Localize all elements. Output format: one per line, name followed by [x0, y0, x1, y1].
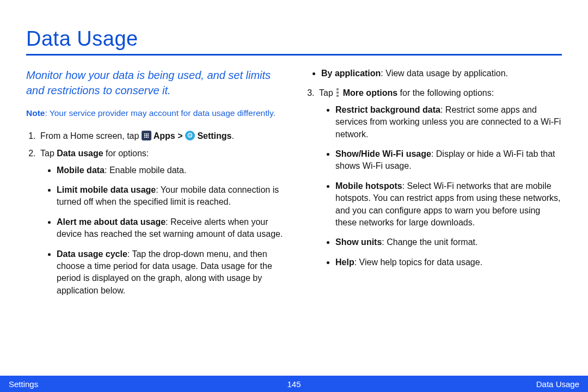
bullet-by-application: By application: View data usage by appli…: [321, 68, 562, 79]
step1-apps-label: Apps >: [151, 131, 185, 140]
s2b2-label: Limit mobile data usage: [57, 185, 156, 194]
step2-bullets: Mobile data: Enable mobile data. Limit m…: [40, 164, 283, 297]
footer-topic-name: Data Usage: [536, 379, 579, 389]
bullet-restrict-bg-data: Restrict background data: Restrict some …: [335, 104, 562, 140]
step2-suffix: for options:: [103, 149, 149, 158]
note-block: Note: Your service provider may account …: [26, 108, 283, 119]
s2b4-label: Data usage cycle: [57, 249, 127, 259]
bullet-limit-mobile-data: Limit mobile data usage: Your mobile dat…: [57, 184, 283, 209]
right-column: By application: View data usage by appli…: [305, 68, 562, 304]
s3b3-label: Mobile hotspots: [335, 181, 402, 191]
step1-prefix: From a Home screen, tap: [40, 131, 142, 140]
settings-gear-icon: [185, 131, 195, 140]
content-area: Data Usage Monitor how your data is bein…: [0, 0, 588, 304]
step1-settings-label: Settings: [195, 131, 232, 140]
manual-page: Data Usage Monitor how your data is bein…: [0, 0, 588, 392]
bullet-show-hide-wifi: Show/Hide Wi-Fi usage: Display or hide a…: [335, 148, 562, 173]
bullet-help: Help: View help topics for data usage.: [335, 256, 562, 268]
note-text: : Your service provider may account for …: [45, 108, 275, 118]
bullet-mobile-data: Mobile data: Enable mobile data.: [57, 164, 283, 176]
page-footer: Settings 145 Data Usage: [0, 376, 588, 392]
page-title: Data Usage: [26, 27, 562, 51]
s3b1-label: Restrict background data: [335, 105, 440, 114]
step1-period: .: [232, 131, 234, 140]
s2b1-text: : Enable mobile data.: [105, 166, 186, 175]
apps-grid-icon: [142, 131, 151, 140]
footer-section-name: Settings: [9, 379, 38, 389]
s2b5-text: : View data usage by application.: [381, 69, 508, 78]
intro-text: Monitor how your data is being used, and…: [26, 68, 283, 98]
note-label: Note: [26, 108, 45, 118]
bullet-mobile-hotspots: Mobile hotspots: Select Wi-Fi networks t…: [335, 180, 562, 229]
bullet-data-usage-cycle: Data usage cycle: Tap the drop-down menu…: [57, 248, 283, 297]
steps-list-continued: Tap More options for the following optio…: [305, 87, 562, 268]
s2b3-label: Alert me about data usage: [57, 217, 166, 226]
bullet-show-units: Show units: Change the unit format.: [335, 236, 562, 248]
step3-prefix: Tap: [319, 88, 335, 97]
s3b5-label: Help: [335, 258, 354, 267]
step-3: Tap More options for the following optio…: [317, 87, 562, 268]
step2-bold: Data usage: [57, 149, 103, 158]
step-2: Tap Data usage for options: Mobile data:…: [38, 148, 283, 297]
s2b1-label: Mobile data: [57, 166, 105, 175]
s3b5-text: : View help topics for data usage.: [354, 258, 482, 267]
two-column-layout: Monitor how your data is being used, and…: [26, 68, 562, 304]
bullet-alert-data-usage: Alert me about data usage: Receive alert…: [57, 216, 283, 241]
step2-bullets-continued: By application: View data usage by appli…: [305, 68, 562, 79]
step3-suffix: for the following options:: [397, 88, 494, 97]
s3b4-label: Show units: [335, 237, 382, 247]
step3-bullets: Restrict background data: Restrict some …: [319, 104, 562, 268]
left-column: Monitor how your data is being used, and…: [26, 68, 283, 304]
step3-bold: More options: [340, 88, 397, 97]
steps-list: From a Home screen, tap Apps > Settings.…: [26, 130, 283, 297]
s3b4-text: : Change the unit format.: [382, 237, 477, 247]
step2-prefix: Tap: [40, 149, 57, 158]
title-rule: [26, 54, 562, 56]
s2b5-label: By application: [321, 69, 381, 78]
more-options-icon: [336, 88, 339, 97]
step-1: From a Home screen, tap Apps > Settings.: [38, 130, 283, 142]
s3b2-label: Show/Hide Wi-Fi usage: [335, 149, 431, 158]
footer-page-number: 145: [287, 379, 301, 389]
